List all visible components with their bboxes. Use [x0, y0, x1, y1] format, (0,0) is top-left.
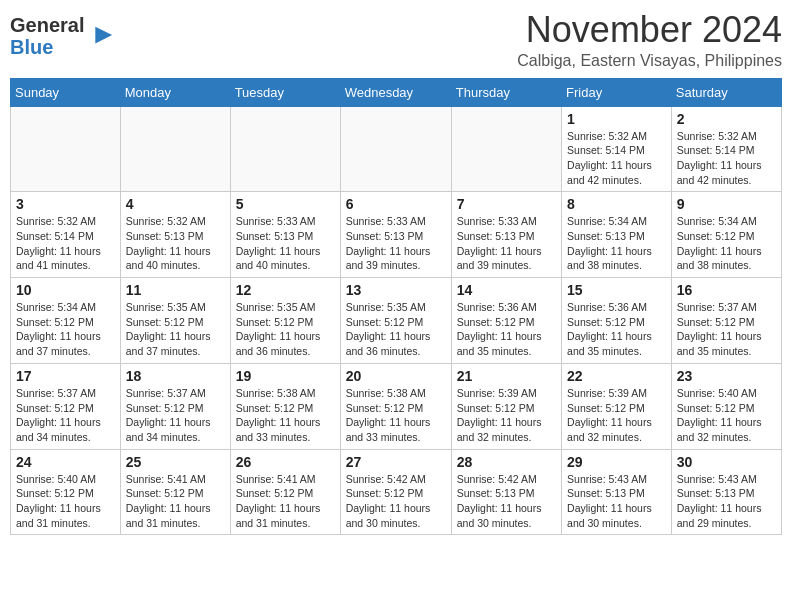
day-info: Sunrise: 5:32 AM Sunset: 5:14 PM Dayligh… [16, 214, 115, 273]
day-info: Sunrise: 5:38 AM Sunset: 5:12 PM Dayligh… [236, 386, 335, 445]
day-info: Sunrise: 5:40 AM Sunset: 5:12 PM Dayligh… [677, 386, 776, 445]
weekday-header-sunday: Sunday [11, 78, 121, 106]
calendar-cell: 1Sunrise: 5:32 AM Sunset: 5:14 PM Daylig… [562, 106, 672, 192]
day-number: 30 [677, 454, 776, 470]
calendar-table: SundayMondayTuesdayWednesdayThursdayFrid… [10, 78, 782, 536]
day-number: 17 [16, 368, 115, 384]
day-info: Sunrise: 5:35 AM Sunset: 5:12 PM Dayligh… [346, 300, 446, 359]
day-number: 28 [457, 454, 556, 470]
calendar-cell [230, 106, 340, 192]
day-info: Sunrise: 5:35 AM Sunset: 5:12 PM Dayligh… [126, 300, 225, 359]
day-number: 6 [346, 196, 446, 212]
calendar-cell: 18Sunrise: 5:37 AM Sunset: 5:12 PM Dayli… [120, 363, 230, 449]
day-number: 29 [567, 454, 666, 470]
calendar-cell: 21Sunrise: 5:39 AM Sunset: 5:12 PM Dayli… [451, 363, 561, 449]
day-info: Sunrise: 5:41 AM Sunset: 5:12 PM Dayligh… [126, 472, 225, 531]
calendar-cell: 15Sunrise: 5:36 AM Sunset: 5:12 PM Dayli… [562, 278, 672, 364]
day-number: 3 [16, 196, 115, 212]
day-number: 2 [677, 111, 776, 127]
calendar-week-row: 17Sunrise: 5:37 AM Sunset: 5:12 PM Dayli… [11, 363, 782, 449]
day-number: 26 [236, 454, 335, 470]
logo: General Blue [10, 14, 114, 58]
day-number: 22 [567, 368, 666, 384]
calendar-week-row: 24Sunrise: 5:40 AM Sunset: 5:12 PM Dayli… [11, 449, 782, 535]
day-number: 27 [346, 454, 446, 470]
day-number: 9 [677, 196, 776, 212]
calendar-cell: 4Sunrise: 5:32 AM Sunset: 5:13 PM Daylig… [120, 192, 230, 278]
day-number: 8 [567, 196, 666, 212]
day-info: Sunrise: 5:36 AM Sunset: 5:12 PM Dayligh… [567, 300, 666, 359]
calendar-cell: 24Sunrise: 5:40 AM Sunset: 5:12 PM Dayli… [11, 449, 121, 535]
day-number: 20 [346, 368, 446, 384]
calendar-cell [11, 106, 121, 192]
calendar-cell: 10Sunrise: 5:34 AM Sunset: 5:12 PM Dayli… [11, 278, 121, 364]
calendar-cell: 9Sunrise: 5:34 AM Sunset: 5:12 PM Daylig… [671, 192, 781, 278]
day-info: Sunrise: 5:35 AM Sunset: 5:12 PM Dayligh… [236, 300, 335, 359]
calendar-cell: 22Sunrise: 5:39 AM Sunset: 5:12 PM Dayli… [562, 363, 672, 449]
day-info: Sunrise: 5:32 AM Sunset: 5:14 PM Dayligh… [677, 129, 776, 188]
calendar-cell: 7Sunrise: 5:33 AM Sunset: 5:13 PM Daylig… [451, 192, 561, 278]
page-header: General Blue November 2024 Calbiga, East… [10, 10, 782, 70]
title-block: November 2024 Calbiga, Eastern Visayas, … [517, 10, 782, 70]
day-info: Sunrise: 5:34 AM Sunset: 5:12 PM Dayligh… [677, 214, 776, 273]
calendar-cell: 11Sunrise: 5:35 AM Sunset: 5:12 PM Dayli… [120, 278, 230, 364]
month-title: November 2024 [517, 10, 782, 50]
calendar-cell: 19Sunrise: 5:38 AM Sunset: 5:12 PM Dayli… [230, 363, 340, 449]
day-info: Sunrise: 5:41 AM Sunset: 5:12 PM Dayligh… [236, 472, 335, 531]
day-info: Sunrise: 5:37 AM Sunset: 5:12 PM Dayligh… [16, 386, 115, 445]
calendar-cell: 26Sunrise: 5:41 AM Sunset: 5:12 PM Dayli… [230, 449, 340, 535]
day-number: 18 [126, 368, 225, 384]
logo-icon [86, 22, 114, 50]
day-info: Sunrise: 5:38 AM Sunset: 5:12 PM Dayligh… [346, 386, 446, 445]
day-info: Sunrise: 5:37 AM Sunset: 5:12 PM Dayligh… [677, 300, 776, 359]
day-number: 16 [677, 282, 776, 298]
calendar-cell [120, 106, 230, 192]
day-number: 1 [567, 111, 666, 127]
calendar-cell: 28Sunrise: 5:42 AM Sunset: 5:13 PM Dayli… [451, 449, 561, 535]
day-info: Sunrise: 5:39 AM Sunset: 5:12 PM Dayligh… [567, 386, 666, 445]
weekday-header-friday: Friday [562, 78, 672, 106]
day-number: 19 [236, 368, 335, 384]
day-info: Sunrise: 5:32 AM Sunset: 5:14 PM Dayligh… [567, 129, 666, 188]
day-info: Sunrise: 5:37 AM Sunset: 5:12 PM Dayligh… [126, 386, 225, 445]
day-info: Sunrise: 5:43 AM Sunset: 5:13 PM Dayligh… [567, 472, 666, 531]
day-number: 5 [236, 196, 335, 212]
logo-general: General [10, 14, 84, 36]
calendar-cell: 14Sunrise: 5:36 AM Sunset: 5:12 PM Dayli… [451, 278, 561, 364]
calendar-week-row: 1Sunrise: 5:32 AM Sunset: 5:14 PM Daylig… [11, 106, 782, 192]
day-number: 14 [457, 282, 556, 298]
calendar-cell: 29Sunrise: 5:43 AM Sunset: 5:13 PM Dayli… [562, 449, 672, 535]
calendar-cell: 20Sunrise: 5:38 AM Sunset: 5:12 PM Dayli… [340, 363, 451, 449]
weekday-header-wednesday: Wednesday [340, 78, 451, 106]
calendar-cell: 30Sunrise: 5:43 AM Sunset: 5:13 PM Dayli… [671, 449, 781, 535]
day-number: 12 [236, 282, 335, 298]
day-info: Sunrise: 5:33 AM Sunset: 5:13 PM Dayligh… [236, 214, 335, 273]
day-number: 21 [457, 368, 556, 384]
day-info: Sunrise: 5:33 AM Sunset: 5:13 PM Dayligh… [346, 214, 446, 273]
weekday-header-monday: Monday [120, 78, 230, 106]
location-subtitle: Calbiga, Eastern Visayas, Philippines [517, 52, 782, 70]
weekday-header-saturday: Saturday [671, 78, 781, 106]
calendar-cell: 3Sunrise: 5:32 AM Sunset: 5:14 PM Daylig… [11, 192, 121, 278]
svg-marker-0 [96, 27, 113, 44]
day-info: Sunrise: 5:34 AM Sunset: 5:13 PM Dayligh… [567, 214, 666, 273]
day-info: Sunrise: 5:43 AM Sunset: 5:13 PM Dayligh… [677, 472, 776, 531]
day-number: 15 [567, 282, 666, 298]
day-info: Sunrise: 5:32 AM Sunset: 5:13 PM Dayligh… [126, 214, 225, 273]
day-info: Sunrise: 5:39 AM Sunset: 5:12 PM Dayligh… [457, 386, 556, 445]
day-info: Sunrise: 5:33 AM Sunset: 5:13 PM Dayligh… [457, 214, 556, 273]
day-number: 4 [126, 196, 225, 212]
calendar-cell: 2Sunrise: 5:32 AM Sunset: 5:14 PM Daylig… [671, 106, 781, 192]
calendar-cell: 27Sunrise: 5:42 AM Sunset: 5:12 PM Dayli… [340, 449, 451, 535]
day-number: 24 [16, 454, 115, 470]
calendar-cell: 5Sunrise: 5:33 AM Sunset: 5:13 PM Daylig… [230, 192, 340, 278]
calendar-header-row: SundayMondayTuesdayWednesdayThursdayFrid… [11, 78, 782, 106]
day-number: 7 [457, 196, 556, 212]
logo-blue: Blue [10, 36, 84, 58]
day-info: Sunrise: 5:34 AM Sunset: 5:12 PM Dayligh… [16, 300, 115, 359]
weekday-header-thursday: Thursday [451, 78, 561, 106]
day-number: 11 [126, 282, 225, 298]
calendar-cell: 23Sunrise: 5:40 AM Sunset: 5:12 PM Dayli… [671, 363, 781, 449]
day-number: 13 [346, 282, 446, 298]
day-info: Sunrise: 5:42 AM Sunset: 5:12 PM Dayligh… [346, 472, 446, 531]
